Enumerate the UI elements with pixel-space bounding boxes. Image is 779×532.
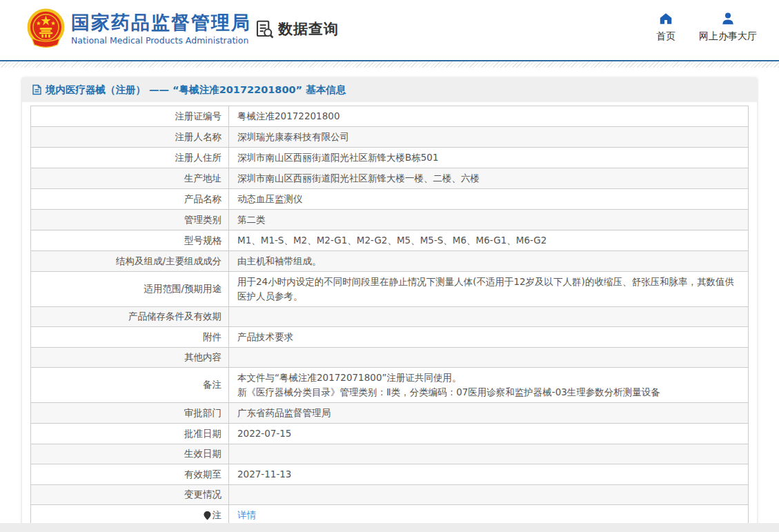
row-label-text: 注册证编号 <box>175 110 222 123</box>
row-value: 深圳市南山区西丽街道阳光社区新锋大楼一楼、二楼、六楼 <box>228 168 748 188</box>
table-row: 审批部门广东省药品监督管理局 <box>31 403 748 424</box>
table-row: 结构及组成/主要组成成分由主机和袖带组成。 <box>31 251 748 272</box>
row-label: 型号规格 <box>31 230 228 250</box>
row-value <box>228 444 748 464</box>
table-row: 变更情况 <box>31 485 748 505</box>
nav-service-hall[interactable]: 网上办事大厅 <box>699 11 757 43</box>
row-label-text: 生产地址 <box>184 173 221 185</box>
user-icon <box>720 11 736 26</box>
row-label-text: 型号规格 <box>184 235 221 247</box>
row-value: 由主机和袖带组成。 <box>228 251 748 271</box>
row-value: 深圳市南山区西丽街道阳光社区新锋大楼B栋501 <box>228 148 748 168</box>
row-label: 生效日期 <box>31 444 228 464</box>
row-label-text: 适用范围/预期用途 <box>144 283 221 295</box>
page-footer <box>0 523 779 532</box>
row-label-text: 注 <box>213 509 222 522</box>
row-label: 产品储存条件及有效期 <box>31 307 228 326</box>
document-icon <box>32 84 42 95</box>
row-value: 产品技术要求 <box>228 327 748 347</box>
row-value: 粤械注准20172201800 <box>228 106 748 126</box>
table-row: 产品储存条件及有效期 <box>31 307 748 327</box>
row-label: 注 <box>31 505 228 525</box>
row-label: 结构及组成/主要组成成分 <box>31 251 228 271</box>
row-value <box>228 348 748 367</box>
row-label: 注册人住所 <box>31 148 228 168</box>
data-query-label: 数据查询 <box>278 19 339 39</box>
site-subtitle: National Medical Products Administration <box>71 35 251 46</box>
row-value: 广东省药品监督管理局 <box>228 403 748 423</box>
row-value: 详情 <box>228 505 748 525</box>
row-label-text: 产品名称 <box>184 193 221 206</box>
national-emblem-icon <box>26 8 66 50</box>
row-label: 适用范围/预期用途 <box>31 272 228 306</box>
row-label-text: 结构及组成/主要组成成分 <box>116 255 221 268</box>
detail-link[interactable]: 详情 <box>237 508 738 522</box>
table-row: 注册人住所深圳市南山区西丽街道阳光社区新锋大楼B栋501 <box>31 148 748 168</box>
table-row: 附件产品技术要求 <box>31 327 748 348</box>
row-value: 深圳瑞光康泰科技有限公司 <box>228 127 748 147</box>
row-label-text: 审批部门 <box>184 407 221 420</box>
main-content: 境内医疗器械（注册） —— “粤械注准20172201800” 基本信息 注册证… <box>0 68 779 523</box>
row-label-text: 注册人名称 <box>175 131 222 144</box>
data-query-icon <box>254 19 275 39</box>
row-value-line: 新《医疗器械分类目录》管理类别：Ⅱ类，分类编码：07医用诊察和监护器械-03生理… <box>237 385 738 400</box>
table-row: 备注本文件与“粤械注准20172071800”注册证共同使用。新《医疗器械分类目… <box>31 368 748 403</box>
table-row: 注册人名称深圳瑞光康泰科技有限公司 <box>31 127 748 148</box>
table-row: 其他内容 <box>31 348 748 368</box>
site-logo[interactable]: 国家药品监督管理局 National Medical Products Admi… <box>26 8 251 50</box>
row-value-line: 本文件与“粤械注准20172071800”注册证共同使用。 <box>237 371 738 385</box>
nav-service-hall-label: 网上办事大厅 <box>699 30 757 43</box>
row-value <box>228 485 748 504</box>
nav-home-label: 首页 <box>656 30 676 43</box>
row-label: 注册证编号 <box>31 106 228 126</box>
row-label-text: 变更情况 <box>184 489 221 501</box>
table-row: 有效期至2027-11-13 <box>31 464 748 485</box>
row-label: 附件 <box>31 327 228 347</box>
row-label: 产品名称 <box>31 189 228 209</box>
row-value: 2027-11-13 <box>228 464 748 484</box>
row-label: 注册人名称 <box>31 127 228 147</box>
row-value <box>228 307 748 326</box>
row-value: 动态血压监测仪 <box>228 189 748 209</box>
row-label-text: 批准日期 <box>184 428 221 440</box>
row-label-text: 附件 <box>203 331 221 344</box>
table-row: 产品名称动态血压监测仪 <box>31 189 748 210</box>
row-label-text: 产品储存条件及有效期 <box>128 311 221 323</box>
table-row: 适用范围/预期用途用于24小时内设定的不同时间段里在静止情况下测量人体(不适用于… <box>31 272 748 307</box>
row-label: 备注 <box>31 368 228 402</box>
top-nav: 首页 网上办事大厅 <box>656 11 757 43</box>
row-value: M1、M1-S、M2、M2-G1、M2-G2、M5、M5-S、M6、M6-G1、… <box>228 230 748 250</box>
table-row: 注册证编号粤械注准20172201800 <box>31 106 748 127</box>
row-value: 用于24小时内设定的不同时间段里在静止情况下测量人体(不适用于12岁及以下人群)… <box>228 272 748 306</box>
row-label: 生产地址 <box>31 168 228 188</box>
registration-info-table: 注册证编号粤械注准20172201800注册人名称深圳瑞光康泰科技有限公司注册人… <box>30 106 749 526</box>
row-value: 第二类 <box>228 210 748 230</box>
row-value: 2022-07-15 <box>228 424 748 444</box>
row-label: 批准日期 <box>31 424 228 444</box>
row-label-text: 其他内容 <box>184 351 221 364</box>
row-label: 其他内容 <box>31 348 228 367</box>
site-title: 国家药品监督管理局 <box>71 12 251 33</box>
site-header: 国家药品监督管理局 National Medical Products Admi… <box>0 0 779 60</box>
row-label-text: 注册人住所 <box>175 152 222 164</box>
row-label-text: 生效日期 <box>184 448 221 460</box>
row-label: 管理类别 <box>31 210 228 230</box>
table-row: 管理类别第二类 <box>31 210 748 230</box>
row-label-text: 有效期至 <box>184 469 221 481</box>
row-label-text: 备注 <box>203 379 221 391</box>
row-label-text: 管理类别 <box>184 214 221 226</box>
data-query-nav[interactable]: 数据查询 <box>254 19 339 39</box>
breadcrumb: 境内医疗器械（注册） —— “粤械注准20172201800” 基本信息 <box>22 77 757 102</box>
row-label: 有效期至 <box>31 464 228 484</box>
row-label: 审批部门 <box>31 403 228 423</box>
row-label: 变更情况 <box>31 485 228 504</box>
pin-icon <box>204 511 211 520</box>
breadcrumb-text: 境内医疗器械（注册） —— “粤械注准20172201800” 基本信息 <box>46 83 346 97</box>
nav-home[interactable]: 首页 <box>656 11 676 43</box>
table-row: 注详情 <box>31 505 748 525</box>
table-row: 型号规格M1、M1-S、M2、M2-G1、M2-G2、M5、M5-S、M6、M6… <box>31 230 748 251</box>
table-row: 批准日期2022-07-15 <box>31 424 748 444</box>
table-row: 生产地址深圳市南山区西丽街道阳光社区新锋大楼一楼、二楼、六楼 <box>31 168 748 189</box>
hatch-strip <box>0 61 779 68</box>
detail-card: 境内医疗器械（注册） —— “粤械注准20172201800” 基本信息 注册证… <box>22 77 757 532</box>
